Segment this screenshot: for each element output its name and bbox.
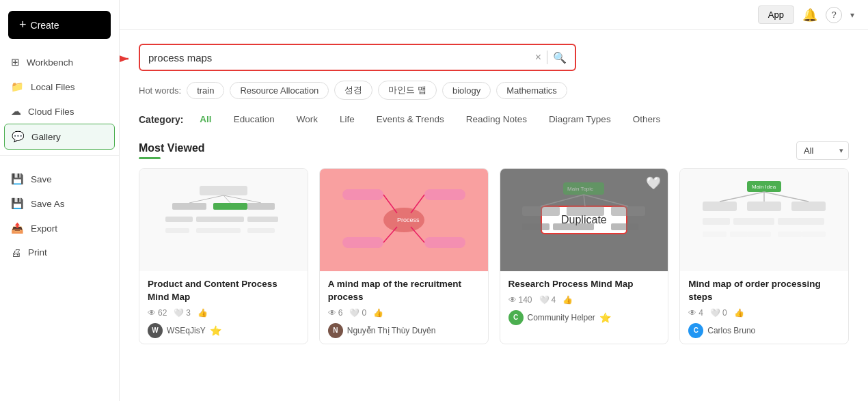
svg-rect-17	[342, 189, 383, 200]
category-all[interactable]: All	[191, 111, 219, 128]
svg-rect-30	[611, 206, 645, 216]
sidebar-item-gallery[interactable]: 💬 Gallery	[4, 124, 115, 150]
card-4-views: 👁 4	[688, 308, 703, 318]
help-icon[interactable]: ?	[826, 7, 842, 23]
filter-select[interactable]: All Week Month	[796, 141, 849, 160]
account-chevron[interactable]: ▾	[850, 10, 854, 20]
svg-text:Main Topic: Main Topic	[567, 186, 593, 192]
card-1-meta: 👁 62 🤍 3 👍	[148, 308, 299, 318]
hot-word-bible[interactable]: 성경	[334, 81, 372, 100]
svg-rect-54	[778, 232, 802, 237]
sidebar-item-local-files[interactable]: 📁 Local Files	[0, 74, 119, 99]
svg-rect-28	[522, 206, 560, 216]
svg-rect-5	[165, 217, 193, 222]
search-divider	[547, 51, 547, 64]
create-button[interactable]: + Create	[8, 11, 111, 39]
search-clear-icon[interactable]: ×	[535, 51, 541, 64]
sidebar-item-export[interactable]: 📤 Export	[0, 216, 119, 240]
sidebar-item-save[interactable]: 💾 Save	[0, 167, 119, 191]
card-4-thumbup[interactable]: 👍	[734, 308, 744, 318]
card-2[interactable]: Process A mind map of the recruitment pr…	[319, 168, 489, 344]
card-4-title: Mind map of order processing steps	[688, 278, 840, 304]
category-row: Category: All Education Work Life Events…	[139, 111, 849, 128]
svg-line-21	[383, 195, 397, 213]
hot-word-train[interactable]: train	[187, 82, 224, 99]
svg-rect-20	[424, 237, 465, 248]
svg-line-13	[189, 195, 223, 203]
sidebar-item-save-as[interactable]: 💾 Save As	[0, 191, 119, 216]
sidebar-item-print[interactable]: 🖨 Print	[0, 240, 119, 264]
category-life[interactable]: Life	[331, 111, 363, 128]
svg-rect-40	[703, 202, 737, 211]
card-3-thumb: Duplicate 🤍 Main Topic	[500, 169, 668, 271]
svg-text:Main Idea: Main Idea	[752, 184, 776, 190]
card-4-avatar: C	[688, 323, 703, 338]
search-submit-icon[interactable]: 🔍	[553, 51, 567, 64]
card-2-thumbup[interactable]: 👍	[373, 308, 383, 318]
save-icon: 💾	[11, 173, 24, 185]
card-1-thumbup[interactable]: 👍	[198, 308, 208, 318]
svg-rect-1	[200, 186, 247, 195]
svg-rect-51	[703, 232, 727, 237]
svg-rect-41	[747, 202, 781, 211]
category-diagram[interactable]: Diagram Types	[541, 111, 619, 128]
card-2-author: N Nguyễn Thị Thùy Duyên	[328, 323, 480, 338]
card-4-meta: 👁 4 🤍 0 👍	[688, 308, 840, 318]
category-work[interactable]: Work	[288, 111, 326, 128]
section-title: Most Viewed	[139, 142, 205, 154]
search-input[interactable]	[148, 52, 530, 64]
svg-line-31	[541, 195, 584, 206]
svg-rect-7	[210, 217, 244, 222]
section-title-wrap: Most Viewed	[139, 142, 205, 159]
svg-rect-19	[342, 237, 383, 248]
card-1-badge: ⭐	[210, 325, 221, 336]
sidebar-divider	[0, 155, 119, 156]
hot-word-mathematics[interactable]: Mathematics	[496, 82, 567, 99]
svg-rect-48	[747, 218, 774, 225]
card-2-meta: 👁 6 🤍 0 👍	[328, 308, 480, 318]
filter-wrap: All Week Month	[796, 141, 849, 160]
svg-rect-12	[247, 228, 275, 233]
card-2-views: 👁 6	[328, 308, 343, 318]
svg-rect-3	[213, 203, 247, 210]
hot-word-biology[interactable]: biology	[442, 82, 491, 99]
save-as-icon: 💾	[11, 197, 24, 210]
svg-rect-11	[210, 228, 241, 233]
category-events[interactable]: Events & Trends	[368, 111, 452, 128]
hot-word-resource[interactable]: Resource Allocation	[230, 82, 329, 99]
card-1-body: Product and Content Process Mind Map 👁 6…	[139, 271, 308, 344]
bell-icon[interactable]: 🔔	[802, 8, 817, 23]
hot-word-mindmap[interactable]: 마인드 맵	[378, 81, 437, 100]
svg-rect-18	[424, 189, 465, 200]
card-1[interactable]: Product and Content Process Mind Map 👁 6…	[139, 168, 308, 344]
svg-rect-55	[802, 232, 826, 237]
svg-rect-2	[172, 203, 206, 210]
svg-rect-8	[247, 217, 278, 222]
cards-grid: Product and Content Process Mind Map 👁 6…	[139, 168, 849, 344]
card-3-body: Research Process Mind Map 👁 140 🤍 4 👍 C …	[500, 271, 668, 331]
card-1-diagram	[159, 179, 288, 261]
sidebar-item-cloud-files[interactable]: ☁ Cloud Files	[0, 99, 119, 124]
category-reading[interactable]: Reading Notes	[458, 111, 535, 128]
main-area: App 🔔 ? ▾ × 🔍	[120, 0, 868, 401]
card-1-thumb	[139, 169, 308, 271]
card-1-author: W WSEqJisY ⭐	[148, 323, 299, 338]
category-label: Category:	[139, 114, 183, 125]
app-button[interactable]: App	[758, 5, 794, 24]
svg-line-33	[584, 195, 628, 206]
svg-rect-42	[791, 202, 826, 211]
svg-rect-36	[567, 223, 594, 230]
card-1-avatar: W	[148, 323, 163, 338]
sidebar-item-workbench[interactable]: ⊞ Workbench	[0, 50, 119, 74]
category-education[interactable]: Education	[226, 111, 283, 128]
svg-line-22	[411, 195, 424, 213]
card-4[interactable]: Main Idea	[679, 168, 849, 344]
card-3[interactable]: Duplicate 🤍 Main Topic	[500, 168, 669, 344]
card-1-views: 👁 62	[148, 308, 167, 318]
svg-rect-50	[798, 218, 824, 225]
card-3-thumbup[interactable]: 👍	[562, 295, 573, 305]
card-3-views: 👁 140	[508, 295, 532, 305]
svg-line-43	[720, 192, 764, 202]
category-others[interactable]: Others	[625, 111, 669, 128]
plus-icon: +	[19, 18, 27, 32]
